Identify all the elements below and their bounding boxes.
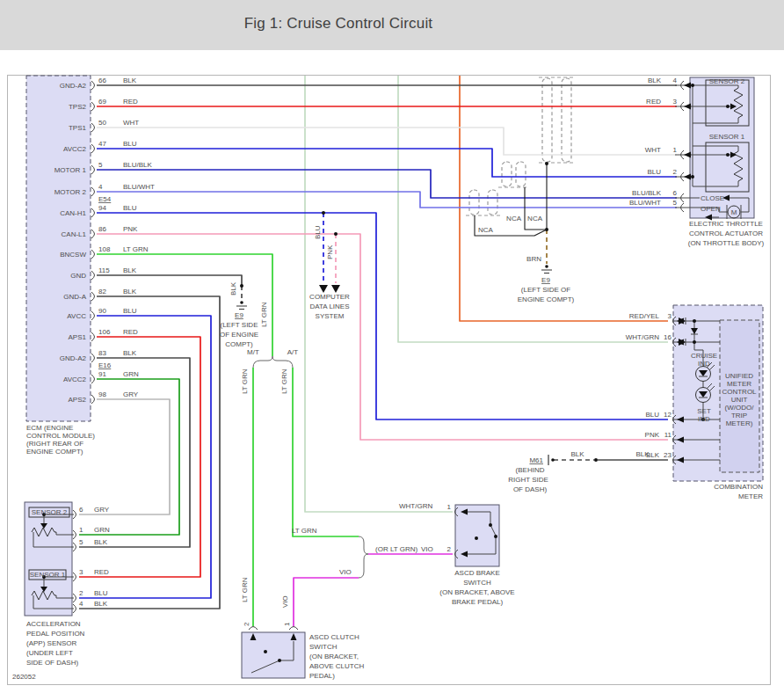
brake-pin-num: 1 [447,503,452,511]
ecm-pin-num: 90 [98,307,106,315]
ecm-pin-name: AVCC2 [63,145,87,153]
meter-m61-loc: OF DASH) [513,485,548,493]
meter-pin-num: 11 [664,431,672,439]
throttle-wire-color: RED [646,98,661,106]
ecm-pin-name: AVCC [67,312,86,320]
ecm-wire-color: BLK [123,288,137,295]
throttle-pin-num: 1 [673,146,678,154]
throttle-pin-num: 5 [673,199,678,207]
throttle-wire-color: BLU/WHT [629,199,661,207]
clutch-caption: SWITCH [309,643,338,651]
throttle-sensor2: SENSOR 2 [709,77,745,85]
notes-nca: NCA [506,215,522,222]
notes-nca: NCA [478,226,494,234]
meter-set-ind: IND [698,415,710,423]
meter-wire-color: RED/YEL [629,312,660,320]
ecm-pin-num: 4 [98,183,103,191]
brake-wire-color: VIO [421,545,433,553]
wire-nca-2 [525,187,545,230]
meter-unit: UNIT [731,396,748,404]
clutch-caption: ABOVE CLUTCH [309,662,364,670]
ecm-caption: (RIGHT REAR OF [26,440,83,448]
meter-wire-color: WHT/GRN [626,333,659,341]
notes-wire-color-v: BLU [314,225,322,239]
wire-motor2-blu-wht [97,192,677,208]
ground-m61-icon [548,455,555,465]
ecm-wire-color: BLK [123,77,137,84]
throttle-pin-num: 3 [673,98,678,106]
app-wire-color: BLK [94,600,108,608]
app-wire-color: GRY [94,506,110,514]
meter-m61-wire: BLK [570,450,584,458]
meter-pin-num: 16 [664,333,671,341]
meter-m61-loc: RIGHT SIDE [508,476,548,484]
notes-e9-right: E9 [541,276,550,284]
throttle-pin-num: 4 [673,77,678,84]
app-pin-num: 2 [79,589,83,597]
ecm-wire-color: RED [123,98,138,106]
meter-pin-num: 23 [664,451,671,459]
brake-caption: BRAKE PEDAL) [452,598,504,606]
app-caption: SIDE OF DASH) [26,659,78,667]
notes-e9-right: (LEFT SIDE OF [521,286,570,294]
throttle-pin-num: 6 [673,189,678,197]
notes-e9-left: OF ENGINE [220,331,258,339]
ecm-wire-color: GRN [123,370,139,378]
wire-gnd-a2b-blk [79,358,190,547]
meter-unit: METER) [726,419,753,427]
app-pin-num: 6 [79,506,83,514]
ecm-pin-num: 115 [98,266,110,274]
meter-pin-num: 3 [668,312,672,320]
notes-wire-color-v: VIO [281,595,289,608]
brake-caption: (ON BRACKET, ABOVE [439,588,514,596]
app-caption: (APP) SENSOR [26,639,77,647]
app-pin-num: 1 [79,526,83,534]
notes-figure-code: 262052 [12,673,36,681]
throttle-caption: CONTROL ACTUATOR [689,230,763,237]
ecm-wire-color: BLK [123,266,137,274]
mt-at-split-brace [253,356,293,368]
meter-pin-num: 12 [664,411,671,419]
ecm-pin-name: TPS1 [69,124,87,132]
brake-wire-alt: (OR LT GRN) [375,545,417,553]
ecm-pin-num: 82 [98,288,106,295]
meter-caption: METER [738,492,763,500]
app-pin-num: 5 [79,538,83,546]
ecm-wire-color: BLU/WHT [123,183,155,191]
notes-mt: M/T [247,348,259,356]
ecm-pin-num: 108 [98,245,111,253]
ecm-pin-name: GND-A [63,293,86,301]
notes-wire-color-v: LT GRN [280,368,288,394]
clutch-pin-num: 2 [243,622,250,626]
wires [79,76,677,626]
ecm-wire-color: LT GRN [123,245,149,253]
throttle-caption: (ON THROTTLE BODY) [688,239,765,247]
ecm-wire-color: BLK [123,349,137,357]
app-sensor2: SENSOR 2 [32,508,68,516]
cruise-control-wiring-diagram: .w-BLK{stroke:#4a4a4a}.w-RED{stroke:#e81… [0,0,784,693]
app-sensor1: SENSOR 1 [30,571,66,579]
ecm-pin-name: MOTOR 1 [54,166,87,174]
app-caption: (UNDER LEFT [26,649,73,657]
ecm-pin-num: 94 [98,204,106,212]
meter-m61-loc: (BEHIND [516,466,545,474]
diagram-frame [8,76,771,685]
meter-unit: CONTROL [722,388,757,396]
clutch-pin-num: 1 [283,622,291,626]
throttle-pin-num: 2 [673,168,678,176]
notes-wire-color-v: BLK [229,281,237,295]
notes-nca: NCA [527,215,543,222]
wire-avcc2-blu [97,149,677,177]
brake-switch-box [455,505,499,566]
ecm-pin-num: 86 [98,225,106,233]
app-caption: PEDAL POSITION [26,630,85,638]
meter-set-ind: SET [697,407,711,415]
app-wire-color: BLU [94,589,108,597]
meter-unit: TRIP [731,412,747,419]
wire-motor1-blu-blk [97,170,677,198]
notes-e9-left: E9 [235,311,243,319]
meter-cruise-ind: CRUISE [691,352,717,360]
notes-data-lines: SYSTEM [316,312,345,320]
app-wire-color: BLK [94,538,108,546]
brake-pin-num: 2 [447,545,452,553]
